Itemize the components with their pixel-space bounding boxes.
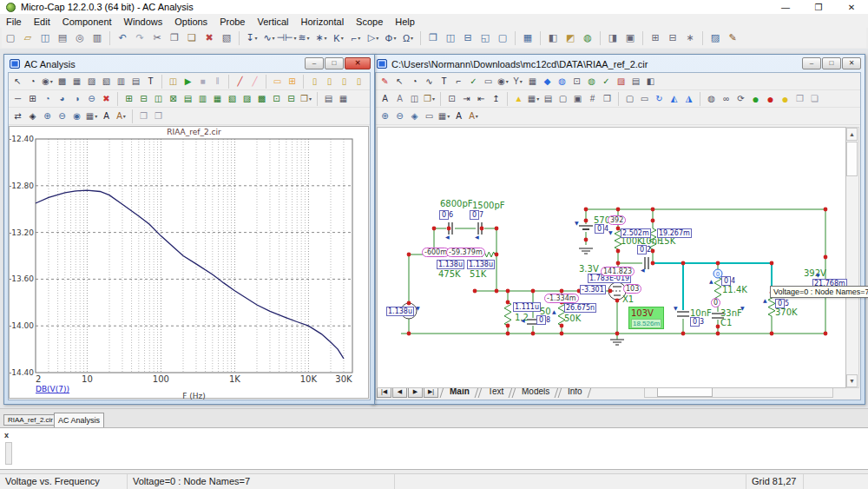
sine-source-icon[interactable]: ∿▾	[261, 30, 277, 46]
no-cursor-icon[interactable]: ✖	[99, 91, 114, 106]
node-dot[interactable]	[480, 227, 484, 231]
node-dot[interactable]	[495, 253, 499, 257]
branch-icon[interactable]: Y▾	[510, 74, 525, 89]
pane-3-icon[interactable]: ▯	[337, 74, 352, 89]
split-view-icon[interactable]: ◧	[545, 30, 561, 46]
cascade-icon[interactable]: ❐	[425, 30, 441, 46]
scroll-up-icon[interactable]: ▲	[846, 128, 858, 141]
grid-g-icon[interactable]: ▦	[210, 91, 225, 106]
phi-source-icon[interactable]: Φ▾	[383, 30, 398, 46]
node-dot[interactable]	[584, 208, 589, 212]
grid-j-icon[interactable]: ▩	[254, 91, 269, 106]
selected-node-voltage[interactable]: 103V18.526m	[628, 307, 664, 329]
properties-2-icon[interactable]: ▦	[336, 91, 351, 106]
node-dot[interactable]	[651, 219, 655, 223]
graph-5-icon[interactable]: ▥	[114, 74, 128, 89]
source-star-icon[interactable]: ∗▾	[313, 30, 329, 46]
rotate-icon[interactable]: ↻	[652, 91, 667, 106]
node-number-box[interactable]: 03	[690, 317, 704, 327]
graph-6-icon[interactable]: ▤	[128, 74, 143, 89]
grid-b-icon[interactable]: ⊟	[136, 91, 151, 106]
component-value-label[interactable]: X1	[622, 294, 634, 304]
component-value-label[interactable]: 51K	[470, 269, 486, 279]
diode-icon[interactable]: ▷▾	[365, 30, 381, 46]
graph-4-icon[interactable]: ▧	[99, 74, 114, 89]
menu-horizontal[interactable]: Horizontal	[295, 17, 351, 27]
window-select-icon[interactable]: ▣	[622, 30, 638, 46]
component-value-label[interactable]: 392V	[804, 268, 826, 278]
node-dot[interactable]	[681, 261, 686, 266]
component-value-label[interactable]: 475K	[438, 269, 461, 279]
sel-box-icon[interactable]: ▢	[622, 91, 637, 106]
polyline-icon[interactable]: ⌐▾	[348, 30, 364, 46]
node-dot[interactable]	[651, 208, 655, 212]
node-dot[interactable]	[531, 332, 536, 336]
plot-area[interactable]: -12.40-12.80-13.20-13.60-14.00-14.402101…	[9, 126, 369, 399]
cursor-icon[interactable]: ↖	[10, 74, 25, 89]
slope-tool-2-icon[interactable]: ╱	[247, 74, 262, 89]
sel-rect-icon[interactable]: ▭	[637, 91, 652, 106]
ok-dot-icon[interactable]: ●	[748, 91, 763, 106]
clock-icon[interactable]: ◔	[25, 74, 40, 89]
component-value-label[interactable]: 3.3V	[579, 264, 599, 274]
attr-b-icon[interactable]: A	[392, 91, 407, 106]
step-out-icon[interactable]: ⇤	[474, 91, 489, 106]
grid-box-icon[interactable]: ⊞	[285, 74, 299, 89]
tile-vertical-icon[interactable]: ◫	[443, 30, 458, 46]
pause-icon[interactable]: ‖	[210, 74, 225, 89]
node-dot[interactable]	[824, 332, 828, 336]
step-in-icon[interactable]: ⇥	[459, 91, 474, 106]
node-dot[interactable]	[495, 227, 499, 231]
bus-icon[interactable]: ▭	[481, 74, 496, 89]
half-icon[interactable]: ◧	[643, 74, 658, 89]
minimize-icon[interactable]: –	[802, 57, 821, 69]
omega-icon[interactable]: Ω▾	[400, 30, 416, 46]
pane-1-icon[interactable]: ▯	[307, 74, 322, 89]
text-tool-icon[interactable]: T	[437, 74, 451, 89]
node-number-box[interactable]: 05	[775, 299, 789, 308]
print-icon[interactable]: ▥	[89, 30, 105, 46]
capacitor-icon[interactable]: ⊣⊢▾	[279, 30, 294, 46]
zoom-out-icon[interactable]: ⊖	[392, 109, 407, 123]
doc-tab-analysis[interactable]: AC Analysis	[54, 413, 104, 428]
current-measurement[interactable]: 392	[608, 215, 626, 225]
tile-horizontal-icon[interactable]: ⊟	[460, 30, 476, 46]
measurement-box[interactable]: 1.138u	[386, 307, 414, 316]
node-dot[interactable]	[615, 299, 620, 303]
text-a-icon[interactable]: A	[451, 109, 466, 123]
pane-4-icon[interactable]: ▯	[352, 74, 366, 89]
node-dot[interactable]	[560, 324, 564, 328]
doc-tab-circuit[interactable]: RIAA_ref_2.cir	[3, 414, 57, 426]
grid-c-icon[interactable]: ◫	[151, 91, 166, 106]
close-icon[interactable]: ✕	[835, 0, 868, 15]
collapse-icon[interactable]: ─	[10, 91, 25, 106]
node-dot[interactable]	[615, 332, 620, 336]
pane-2-icon[interactable]: ▯	[322, 74, 337, 89]
animate-icon[interactable]: ⊞	[648, 30, 663, 46]
menu-probe[interactable]: Probe	[214, 17, 251, 27]
zoom-in-icon[interactable]: ⊕	[378, 109, 392, 123]
pan-icon[interactable]: ◉	[69, 109, 84, 123]
step-up-icon[interactable]: ↥	[489, 91, 503, 106]
globe-icon[interactable]: ◍	[584, 74, 599, 89]
run-icon[interactable]: ▶	[181, 74, 195, 89]
node-dot[interactable]	[531, 289, 536, 294]
node-dot[interactable]	[651, 249, 655, 254]
clipboard-icon[interactable]: ❐▾	[299, 91, 313, 106]
measurement-box[interactable]: 2.502m	[621, 228, 651, 238]
edit-analysis-icon[interactable]: ✎	[725, 30, 740, 46]
node-dot[interactable]	[407, 332, 411, 336]
text-a-icon[interactable]: A	[99, 109, 114, 123]
copy-2-icon[interactable]: ❐	[600, 91, 615, 106]
refresh-icon[interactable]: ⟳	[733, 91, 748, 106]
component-value-label[interactable]: 370K	[775, 307, 798, 317]
node-dot[interactable]	[716, 261, 720, 266]
maximize-window-icon[interactable]: ▢	[495, 30, 510, 46]
err-dot-icon[interactable]: ●	[763, 91, 778, 106]
menu-windows[interactable]: Windows	[118, 17, 169, 27]
minimize-icon[interactable]: —	[769, 0, 802, 15]
node-dot[interactable]	[584, 219, 589, 223]
scroll-down-icon[interactable]: ▼	[846, 374, 858, 387]
node-dot[interactable]	[770, 332, 774, 336]
node-num-icon[interactable]: ⊡	[444, 91, 459, 106]
